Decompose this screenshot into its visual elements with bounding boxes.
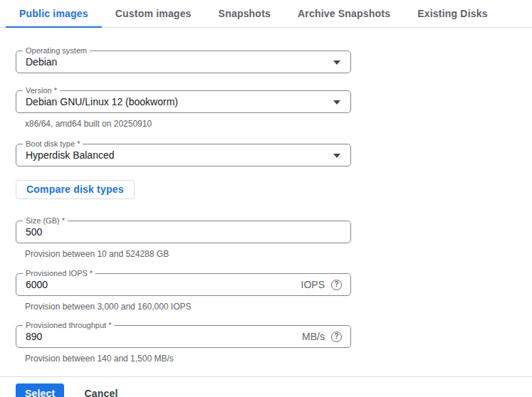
operating-system-label: Operating system [23,46,90,55]
operating-system-select[interactable]: Operating system Debian [16,51,351,73]
boot-disk-type-select[interactable]: Boot disk type * Hyperdisk Balanced [16,144,351,166]
provisioned-throughput-helper-text: Provision between 140 and 1,500 MB/s [25,354,351,364]
provisioned-iops-label: Provisioned IOPS * [23,268,95,278]
chevron-down-icon [333,100,340,105]
version-select[interactable]: Version * Debian GNU/Linux 12 (bookworm) [16,90,351,113]
version-value: Debian GNU/Linux 12 (bookworm) [16,91,350,112]
tab-custom-images[interactable]: Custom images [102,0,205,28]
size-gb-label: Size (GB) * [23,216,68,226]
mbs-unit-label: MB/s [302,331,325,342]
provisioned-iops-suffix: IOPS ? [301,274,342,295]
provisioned-throughput-suffix: MB/s ? [302,326,342,347]
tab-public-images[interactable]: Public images [6,0,102,28]
dialog-footer: Select Cancel [0,376,532,397]
boot-disk-type-label: Boot disk type * [23,139,83,149]
provisioned-iops-field[interactable]: Provisioned IOPS * 6000 IOPS ? [16,273,351,296]
image-source-tabs: Public images Custom images Snapshots Ar… [0,0,532,28]
version-label: Version * [23,85,60,95]
provisioned-throughput-label: Provisioned throughput * [23,320,114,330]
iops-unit-label: IOPS [301,279,325,290]
provisioned-iops-helper-text: Provision between 3,000 and 160,000 IOPS [25,302,351,312]
size-gb-field[interactable]: Size (GB) * 500 [16,221,351,243]
help-icon[interactable]: ? [331,332,342,342]
size-gb-helper-text: Provision between 10 and 524288 GB [25,249,351,259]
tab-snapshots[interactable]: Snapshots [205,0,284,28]
tab-archive-snapshots[interactable]: Archive Snapshots [284,0,404,28]
cancel-button[interactable]: Cancel [83,383,119,397]
chevron-down-icon [333,60,340,65]
select-button[interactable]: Select [16,383,64,397]
provisioned-throughput-field[interactable]: Provisioned throughput * 890 MB/s ? [16,325,351,348]
boot-disk-form: Operating system Debian Version * Debian… [16,51,351,364]
help-icon[interactable]: ? [331,280,342,290]
version-helper-text: x86/64, amd64 built on 20250910 [25,119,351,129]
compare-disk-types-button[interactable]: Compare disk types [16,180,135,199]
chevron-down-icon [333,154,340,158]
tab-existing-disks[interactable]: Existing Disks [404,0,501,28]
